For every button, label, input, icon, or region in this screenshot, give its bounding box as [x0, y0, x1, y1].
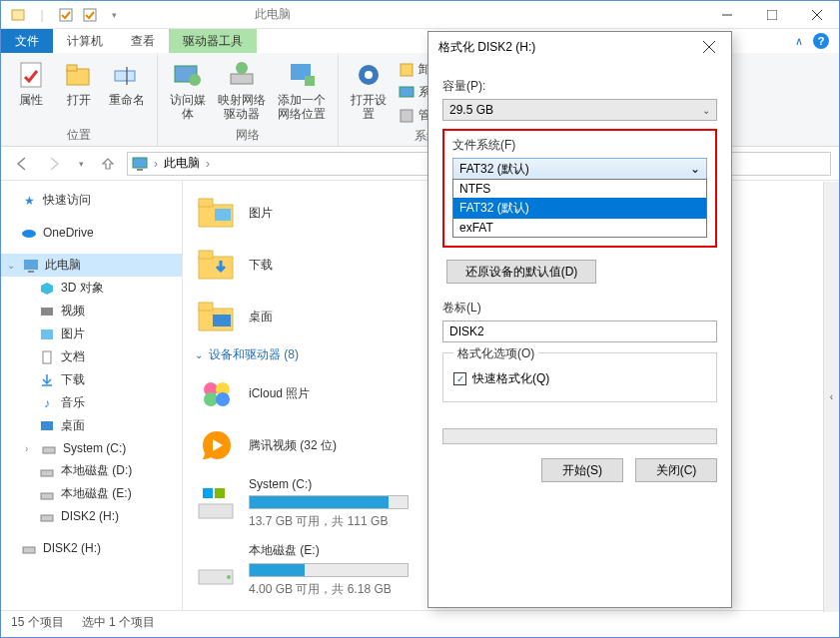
restore-defaults-button[interactable]: 还原设备的默认值(D) [446, 260, 596, 284]
properties-button[interactable]: 属性 [9, 57, 53, 109]
nav-quick-access[interactable]: ★快速访问 [1, 189, 182, 212]
filesystem-highlight-box: 文件系统(F) FAT32 (默认)⌄ NTFS FAT32 (默认) exFA… [442, 129, 717, 248]
quick-format-checkbox[interactable]: ✓ [453, 372, 466, 385]
nav-disk2-h[interactable]: DISK2 (H:) [1, 505, 182, 527]
tab-computer[interactable]: 计算机 [53, 29, 117, 53]
nav-c-label: System (C:) [63, 441, 126, 455]
icloud-label: iCloud 照片 [249, 385, 310, 402]
dialog-titlebar[interactable]: 格式化 DISK2 (H:) [428, 32, 731, 62]
qat-dropdown-icon[interactable]: ▾ [103, 4, 125, 26]
breadcrumb-root[interactable]: 此电脑 [164, 155, 200, 172]
close-button[interactable] [794, 1, 839, 29]
svg-rect-9 [67, 65, 77, 71]
picture-icon [39, 326, 55, 342]
drive-icon [21, 540, 37, 556]
settings-label: 打开设置 [349, 93, 389, 121]
svg-rect-27 [28, 271, 34, 273]
capacity-combo[interactable]: 29.5 GB⌄ [442, 99, 717, 121]
svg-rect-42 [199, 251, 213, 259]
chevron-down-icon: ⌄ [702, 105, 710, 116]
cube-icon [39, 281, 55, 297]
folder-icon [197, 297, 237, 336]
access-media-button[interactable]: 访问媒体 [166, 57, 210, 123]
start-button[interactable]: 开始(S) [541, 458, 623, 482]
drive-icon [41, 440, 57, 456]
open-settings-button[interactable]: 打开设置 [347, 57, 391, 123]
video-icon [39, 304, 55, 319]
fs-option-fat32[interactable]: FAT32 (默认) [453, 198, 706, 219]
tab-view[interactable]: 查看 [117, 29, 169, 53]
nav-documents[interactable]: 文档 [1, 345, 182, 368]
nav-pictures[interactable]: 图片 [1, 322, 182, 345]
nav-videos[interactable]: 视频 [1, 300, 182, 322]
filesystem-value: FAT32 (默认) [459, 161, 529, 178]
quick-format-row[interactable]: ✓ 快速格式化(Q) [453, 370, 706, 387]
nav-this-pc[interactable]: ⌄此电脑 [1, 254, 182, 277]
map-drive-button[interactable]: 映射网络驱动器 [214, 57, 270, 123]
nav-local-e[interactable]: 本地磁盘 (E:) [1, 482, 182, 505]
chevron-right-icon[interactable]: › [206, 157, 210, 171]
tab-file[interactable]: 文件 [1, 29, 53, 53]
open-button[interactable]: 打开 [57, 57, 101, 109]
media-icon [172, 59, 204, 91]
status-item-count: 15 个项目 [11, 614, 64, 631]
up-button[interactable] [95, 151, 121, 177]
ribbon-group-network: 访问媒体 映射网络驱动器 添加一个网络位置 网络 [158, 53, 339, 146]
fs-option-exfat[interactable]: exFAT [453, 219, 706, 237]
qat-checkbox-icon[interactable] [55, 4, 77, 26]
volume-label-input[interactable] [442, 320, 717, 342]
nav-onedrive[interactable]: OneDrive [1, 222, 182, 244]
svg-rect-39 [199, 199, 213, 207]
svg-rect-53 [215, 488, 225, 498]
svg-point-49 [216, 392, 230, 406]
nav-local-d[interactable]: 本地磁盘 (D:) [1, 459, 182, 482]
nav-downloads[interactable]: 下载 [1, 368, 182, 391]
chevron-down-icon[interactable]: ⌄ [7, 260, 17, 271]
group-network-label: 网络 [166, 125, 330, 144]
minimize-button[interactable] [704, 1, 749, 29]
help-icon[interactable]: ? [813, 33, 829, 49]
format-options-legend: 格式化选项(O) [453, 345, 538, 362]
nav-disk2-h-root[interactable]: DISK2 (H:) [1, 537, 182, 559]
recent-dropdown[interactable]: ▾ [73, 151, 89, 177]
forward-button[interactable] [41, 151, 67, 177]
fs-option-ntfs[interactable]: NTFS [453, 180, 706, 198]
nav-3d-objects[interactable]: 3D 对象 [1, 277, 182, 300]
svg-rect-10 [115, 71, 135, 81]
filesystem-dropdown-list: NTFS FAT32 (默认) exFAT [452, 179, 707, 238]
close-button[interactable]: 关闭(C) [635, 458, 717, 482]
open-icon [63, 59, 95, 91]
chevron-right-icon[interactable]: › [154, 157, 158, 171]
qat-sep: | [31, 4, 53, 26]
access-media-label: 访问媒体 [168, 93, 208, 121]
tab-drive-tools[interactable]: 驱动器工具 [169, 29, 257, 53]
computer-icon [23, 258, 39, 274]
dialog-close-button[interactable] [697, 35, 721, 59]
add-location-button[interactable]: 添加一个网络位置 [274, 57, 330, 123]
chevron-down-icon: ⌄ [195, 349, 203, 360]
rename-label: 重命名 [109, 93, 145, 107]
filesystem-label: 文件系统(F) [452, 137, 707, 154]
svg-marker-28 [41, 283, 53, 295]
quick-format-label: 快速格式化(Q) [472, 370, 549, 387]
svg-rect-37 [23, 547, 35, 553]
chevron-right-icon[interactable]: › [25, 443, 35, 454]
format-options-fieldset: 格式化选项(O) ✓ 快速格式化(Q) [442, 352, 717, 402]
scrollbar[interactable]: ‹ [823, 182, 839, 612]
group-location-label: 位置 [9, 125, 149, 144]
rename-button[interactable]: 重命名 [105, 57, 149, 109]
nav-desktop[interactable]: 桌面 [1, 414, 182, 437]
nav-system-c[interactable]: ›System (C:) [1, 437, 182, 459]
nav-music[interactable]: ♪音乐 [1, 391, 182, 414]
uninstall-icon [399, 62, 415, 78]
folder-pictures-label: 图片 [249, 205, 273, 222]
svg-rect-21 [400, 87, 414, 97]
ribbon-collapse-icon[interactable]: ∧ [795, 35, 803, 48]
filesystem-combo[interactable]: FAT32 (默认)⌄ [452, 158, 707, 180]
nav-e-label: 本地磁盘 (E:) [61, 485, 132, 502]
back-button[interactable] [9, 151, 35, 177]
qat-checkbox2-icon[interactable] [79, 4, 101, 26]
navigation-pane[interactable]: ★快速访问 OneDrive ⌄此电脑 3D 对象 视频 图片 文档 下载 ♪音… [1, 181, 183, 610]
maximize-button[interactable] [749, 1, 794, 29]
drive-icon [197, 484, 237, 524]
